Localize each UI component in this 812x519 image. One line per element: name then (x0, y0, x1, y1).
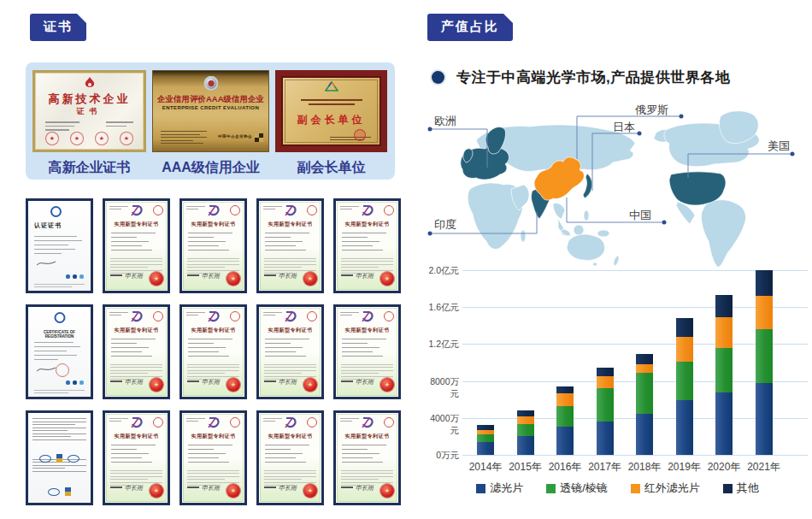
patent-cert-title: 实用新型专利证书 (336, 433, 398, 440)
section-badge-certificates: 证书 (30, 14, 86, 41)
chart-gridline (462, 455, 808, 456)
x-axis-tick-label: 2018年 (622, 460, 667, 475)
certificate-vice-president-unit: 副会长单位 (275, 70, 387, 152)
patent-cert-title: 实用新型专利证书 (259, 221, 321, 228)
commissioner-signature: 申长雨 (202, 272, 220, 280)
cas-cn-fields (28, 233, 91, 254)
patent-cert-paragraph (341, 468, 393, 486)
patent-cert-fields (259, 229, 321, 251)
signature-label-bar (264, 380, 276, 382)
legend-label: 红外滤光片 (644, 481, 700, 496)
signature-label-bar (264, 487, 276, 488)
bar-segment-红外滤光片 (477, 430, 494, 434)
cert2-label: AAA级信用企业 (152, 159, 269, 177)
patent-cert-title: 实用新型专利证书 (105, 327, 168, 334)
bar-segment-透镜/棱镜 (636, 373, 653, 415)
patent-cert-number-lines (263, 204, 282, 209)
cert3-text-lines (281, 97, 381, 105)
cnipa-logo-icon (130, 204, 144, 216)
commissioner-signature: 申长雨 (125, 378, 143, 386)
connector-dot (638, 132, 642, 136)
commissioner-signature: 申长雨 (202, 484, 220, 492)
cert2-text-lines (161, 129, 207, 144)
cas-en-fields (28, 339, 91, 360)
x-axis-tick-label: 2020年 (702, 460, 746, 475)
patent-cert-title: 实用新型专利证书 (105, 221, 168, 228)
x-axis-tick-label: 2014年 (463, 460, 508, 475)
bar-segment-滤光片 (756, 383, 773, 455)
cnipa-logo-icon (361, 416, 374, 428)
national-emblem-seal-icon (150, 484, 163, 498)
page: 证书 高新技术企业 证书 (0, 0, 812, 519)
cnipa-logo-icon (284, 204, 297, 216)
y-axis-tick-label: 1.6亿元 (423, 302, 459, 314)
x-axis-tick-label: 2021年 (742, 460, 786, 475)
cnipa-logo-icon (130, 310, 144, 322)
red-seal-ring-icon (384, 417, 394, 428)
featured-certificates-panel: 高新技术企业 证书 企业信用评价AAA级信用企业 ENTERPRISE CRED… (26, 62, 395, 180)
certificate-thumbnail-patent: 实用新型专利证书 申长雨 (333, 198, 401, 293)
commissioner-signature: 申长雨 (356, 272, 374, 280)
signature-label-bar (110, 380, 122, 382)
patent-cert-number-lines (263, 310, 282, 316)
blue-oval-stamp-icon (48, 488, 60, 496)
cqc-logo-icon (50, 206, 62, 217)
island-sumatra (560, 227, 571, 237)
cas-cn-footer-lines (34, 282, 85, 287)
signature-label-bar (341, 487, 353, 488)
commissioner-signature: 申长雨 (279, 378, 297, 386)
patent-cert-title: 实用新型专利证书 (105, 433, 168, 440)
cnipa-logo-icon (284, 416, 297, 428)
patent-cert-fields (336, 335, 398, 357)
patent-cert-fields (259, 335, 321, 357)
red-seal-ring-icon (384, 311, 394, 321)
legend-swatch-icon (546, 484, 556, 493)
legend-label: 滤光片 (490, 481, 523, 496)
certificate-thumbnail-patent: 实用新型专利证书 申长雨 (256, 198, 324, 293)
patent-cert-paragraph (187, 362, 239, 380)
cnipa-logo-icon (207, 310, 221, 322)
document-footer-emblems (28, 487, 91, 496)
certificate-thumbnail-patent: 实用新型专利证书 申长雨 (333, 304, 401, 399)
bar-segment-透镜/棱镜 (477, 434, 494, 442)
cnipa-logo-icon (207, 204, 221, 216)
certificate-thumbnail-patent: 实用新型专利证书 申长雨 (103, 410, 170, 505)
commissioner-signature: 申长雨 (202, 378, 220, 386)
medal-emblem-icon (203, 76, 218, 91)
patent-cert-paragraph (264, 468, 316, 486)
bar-segment-其他 (597, 368, 614, 376)
legend-swatch-icon (723, 484, 733, 493)
bar-segment-滤光片 (676, 400, 693, 455)
signature-label-bar (341, 274, 353, 276)
bar-segment-透镜/棱镜 (517, 424, 534, 436)
certificate-thumbnail-cas-en: CERTIFICATE OF REGISTRATION (26, 304, 93, 399)
map-label-japan: 日本 (613, 121, 635, 133)
ribbon-emblem-icon (65, 487, 71, 496)
bar-segment-红外滤光片 (715, 317, 733, 348)
patent-cert-fields (182, 229, 244, 251)
island-philippines (584, 210, 589, 221)
cert3-title: 副会长单位 (281, 113, 381, 127)
qr-code-icon (255, 133, 263, 142)
connector-dot (791, 152, 795, 156)
island-borneo (574, 225, 584, 235)
certificate-thumbnail-patent: 实用新型专利证书 申长雨 (103, 198, 170, 293)
certificate-thumbnail-cas-cn: 认证证书 (26, 198, 93, 293)
red-seal-ring-icon (230, 417, 240, 428)
red-seal-ring-icon (230, 205, 240, 215)
bar-segment-透镜/棱镜 (715, 348, 733, 392)
bar-segment-其他 (477, 425, 494, 429)
bar-segment-红外滤光片 (556, 393, 574, 406)
x-axis-tick-label: 2016年 (543, 460, 587, 475)
blue-oval-stamp-icon (39, 455, 51, 463)
cnipa-logo-icon (284, 310, 297, 322)
patent-cert-fields (105, 229, 168, 251)
cert1-stamps (35, 132, 144, 145)
patent-cert-title: 实用新型专利证书 (182, 327, 244, 334)
commissioner-signature: 申长雨 (125, 272, 143, 280)
patent-cert-number-lines (109, 204, 128, 209)
patent-cert-fields (182, 441, 244, 463)
patent-cert-paragraph (110, 362, 162, 380)
flame-logo-icon (84, 77, 96, 90)
national-emblem-seal-icon (227, 378, 240, 392)
